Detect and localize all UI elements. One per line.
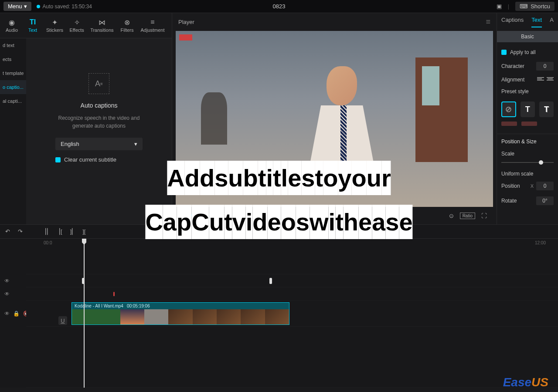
basic-button[interactable]: Basic bbox=[497, 31, 558, 42]
tab-effects[interactable]: ✧Effects bbox=[67, 17, 87, 34]
pos-x-label: X bbox=[531, 183, 534, 189]
player-menu-icon[interactable]: ≡ bbox=[486, 17, 490, 27]
tab-label: Filters bbox=[121, 27, 134, 33]
bg-figure bbox=[201, 92, 227, 145]
player-title: Player bbox=[178, 19, 194, 25]
tab-audio[interactable]: ◉Audio bbox=[2, 17, 22, 34]
clear-label: Clear current subtitle bbox=[64, 156, 116, 163]
uniform-scale-label: Uniform scale bbox=[497, 166, 558, 179]
adjustment-icon: ≡ bbox=[149, 18, 157, 26]
preset-1[interactable]: T bbox=[521, 101, 535, 117]
shortcut-button[interactable]: ⌨ Shortcu bbox=[515, 2, 555, 11]
door bbox=[415, 57, 468, 162]
align-left-icon[interactable] bbox=[537, 77, 544, 82]
marker[interactable] bbox=[269, 278, 272, 284]
tab-label: Stickers bbox=[46, 27, 63, 33]
filters-icon: ⊗ bbox=[123, 18, 131, 26]
layout-icon[interactable]: ▣ bbox=[497, 3, 502, 10]
tool-tabs: ◉Audio TIText ✦Stickers ✧Effects ⋈Transi… bbox=[0, 13, 172, 38]
sidebar-item-local-captions[interactable]: al capti... bbox=[0, 94, 26, 108]
rotate-row: Rotate 0° bbox=[497, 193, 558, 208]
track-markers[interactable] bbox=[26, 274, 558, 287]
preset-none[interactable]: ⊘ bbox=[501, 101, 516, 117]
timeline-body: 👁 👁 👁🔒🔇 00:0 12:00 bbox=[0, 239, 558, 388]
timeline-tracks-area[interactable]: 00:0 12:00 Kodaline - All I Want.mp4 00 bbox=[26, 239, 558, 388]
preset-4[interactable] bbox=[521, 122, 537, 126]
tab-stickers[interactable]: ✦Stickers bbox=[44, 17, 66, 34]
track-video[interactable]: Kodaline - All I Want.mp4 00:05:19:06 bbox=[26, 301, 558, 327]
sidebar-item-template[interactable]: t template bbox=[0, 66, 26, 80]
tab-transitions[interactable]: ⋈Transitions bbox=[88, 17, 116, 34]
auto-captions-desc: Recognize speech in the video and genera… bbox=[55, 114, 143, 130]
tab-filters[interactable]: ⊗Filters bbox=[117, 17, 137, 34]
autosave-status: Auto saved: 15:50:34 bbox=[37, 3, 92, 10]
headline-line-2: CapCutvideoswithease bbox=[145, 208, 412, 236]
character-value[interactable]: 0 bbox=[536, 62, 554, 71]
menu-label: Menu bbox=[8, 3, 22, 10]
split-right-icon[interactable]: ]⎢ bbox=[70, 228, 75, 235]
autosave-dot-icon bbox=[37, 5, 40, 8]
undo-icon[interactable]: ↶ bbox=[5, 228, 10, 235]
tick: 12:00 bbox=[535, 240, 546, 245]
preset-3[interactable] bbox=[501, 122, 517, 126]
fullscreen-icon[interactable]: ⛶ bbox=[481, 213, 487, 219]
position-label: Position bbox=[501, 183, 520, 189]
tab-text[interactable]: TIText bbox=[23, 17, 43, 34]
sidebar-item-add-text[interactable]: d text bbox=[0, 38, 26, 52]
frame-badge bbox=[179, 34, 192, 41]
tab-label: Transitions bbox=[90, 27, 113, 33]
clear-subtitle-row[interactable]: Clear current subtitle bbox=[55, 156, 143, 163]
sidebar-item-auto-captions[interactable]: o captio... bbox=[0, 80, 26, 94]
eye-icon[interactable]: 👁 bbox=[4, 311, 10, 317]
position-section-header: Position & Size bbox=[497, 134, 558, 149]
menu-button[interactable]: Menu ▾ bbox=[3, 2, 31, 11]
split-both-icon[interactable]: ][ bbox=[82, 228, 85, 235]
timeline-track-controls: 👁 👁 👁🔒🔇 bbox=[0, 239, 26, 388]
underline-tool-icon[interactable]: U bbox=[58, 316, 67, 325]
effects-icon: ✧ bbox=[73, 18, 81, 26]
tab-captions[interactable]: Captions bbox=[501, 17, 524, 27]
alignment-label: Alignment bbox=[501, 77, 524, 83]
scale-label: Scale bbox=[497, 149, 558, 159]
player-header: Player ≡ bbox=[172, 13, 497, 31]
divider: | bbox=[508, 3, 509, 10]
redo-icon[interactable]: ↷ bbox=[18, 228, 23, 235]
split-icon[interactable]: ⎥⎢ bbox=[44, 228, 50, 235]
pos-x-value[interactable]: 0 bbox=[536, 182, 554, 190]
align-center-icon[interactable] bbox=[547, 77, 554, 82]
lock-icon[interactable]: 🔒 bbox=[13, 311, 20, 317]
props-tabs: Captions Text A bbox=[497, 13, 558, 27]
language-select[interactable]: English ▾ bbox=[55, 138, 143, 150]
scale-slider[interactable] bbox=[501, 162, 554, 163]
chevron-down-icon: ▾ bbox=[24, 3, 27, 10]
character-label: Character bbox=[501, 63, 524, 69]
clip-thumbnails bbox=[72, 309, 289, 324]
preset-row-2 bbox=[497, 122, 558, 130]
tab-adjustment[interactable]: ≡Adjustment bbox=[138, 17, 167, 34]
sidebar-item-effects[interactable]: ects bbox=[0, 52, 26, 66]
track-audio-markers[interactable] bbox=[26, 287, 558, 301]
audio-marker[interactable] bbox=[113, 292, 115, 296]
clip-name: Kodaline - All I Want.mp4 bbox=[75, 304, 123, 308]
slider-thumb[interactable] bbox=[539, 160, 543, 165]
clip-duration: 00:05:19:06 bbox=[127, 304, 150, 308]
tick: 00:0 bbox=[44, 240, 52, 245]
rotate-value[interactable]: 0° bbox=[536, 196, 554, 205]
headline-line-1: Addsubtitlestoyour bbox=[145, 164, 412, 192]
checkbox-icon[interactable] bbox=[55, 157, 61, 162]
video-clip[interactable]: Kodaline - All I Want.mp4 00:05:19:06 bbox=[71, 302, 289, 325]
checkbox-icon[interactable] bbox=[501, 50, 507, 55]
ratio-button[interactable]: Ratio bbox=[460, 213, 475, 219]
playhead[interactable] bbox=[84, 239, 85, 388]
apply-to-all-row[interactable]: Apply to all bbox=[497, 46, 558, 59]
topbar-right: ▣ | ⌨ Shortcu bbox=[497, 2, 555, 11]
tab-a[interactable]: A bbox=[550, 17, 554, 27]
rotate-label: Rotate bbox=[501, 198, 517, 204]
eye-icon[interactable]: 👁 bbox=[4, 291, 10, 297]
top-bar: Menu ▾ Auto saved: 15:50:34 0823 ▣ | ⌨ S… bbox=[0, 0, 558, 13]
tab-text-props[interactable]: Text bbox=[531, 17, 542, 27]
split-left-icon[interactable]: ⎥[ bbox=[58, 228, 62, 235]
preset-2[interactable]: T bbox=[539, 101, 554, 117]
eye-icon[interactable]: 👁 bbox=[4, 278, 10, 284]
focus-icon[interactable]: ⊙ bbox=[449, 213, 454, 219]
